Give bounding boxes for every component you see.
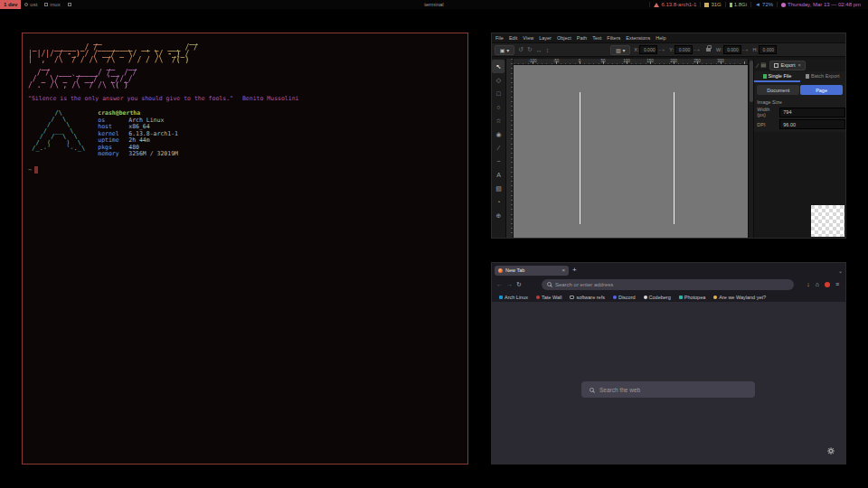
- menu-filters[interactable]: Filters: [607, 35, 620, 41]
- drawing-canvas[interactable]: [514, 65, 748, 238]
- w-value[interactable]: 0.000: [723, 45, 741, 54]
- flip-horizontal-icon[interactable]: ↔: [536, 47, 542, 53]
- fetch-label: memory: [98, 151, 128, 158]
- zoom-tool[interactable]: ⊕: [492, 209, 505, 222]
- pencil-dock-icon[interactable]: ∕: [757, 62, 758, 69]
- align-dropdown[interactable]: ▥ ▾: [610, 45, 630, 55]
- ruler-label: 300: [717, 59, 724, 63]
- bookmark-favicon: [644, 296, 647, 299]
- flip-vertical-icon[interactable]: ↕: [546, 47, 550, 53]
- back-button[interactable]: ←: [496, 281, 503, 287]
- ellipse-tool[interactable]: ○: [492, 100, 505, 114]
- close-icon[interactable]: ×: [797, 62, 800, 68]
- bookmark-label: Photopea: [684, 295, 706, 300]
- height-field[interactable]: H: 0.000: [753, 45, 778, 54]
- menu-button[interactable]: ≡: [835, 281, 839, 287]
- quote-author: Benito Mussolini: [242, 95, 299, 102]
- menu-help[interactable]: Help: [656, 35, 665, 41]
- canvas-scrollbar[interactable]: [748, 59, 753, 238]
- rotate-ccw-icon[interactable]: ↺: [518, 46, 524, 53]
- star-tool[interactable]: ☆: [492, 114, 505, 127]
- url-bar[interactable]: Search or enter address: [542, 279, 794, 290]
- layout-indicator[interactable]: [64, 0, 75, 9]
- workspace-tag-dev[interactable]: 1 dev: [0, 0, 21, 9]
- swatches-dock-icon[interactable]: ▤: [760, 61, 766, 69]
- menu-extensions[interactable]: Extensions: [626, 35, 650, 41]
- dropper-icon: ◔: [496, 199, 500, 205]
- navbar-actions: ↓ ⌂ ≡: [807, 281, 841, 287]
- y-coordinate-field[interactable]: Y: 0.000 −+: [669, 45, 701, 54]
- y-value[interactable]: 0.000: [675, 45, 693, 54]
- extension-icon[interactable]: [825, 282, 830, 287]
- bookmark-folder-software-refs[interactable]: software refs: [570, 295, 604, 300]
- menu-view[interactable]: View: [523, 35, 533, 41]
- menu-text[interactable]: Text: [592, 35, 601, 41]
- tab-title: New Tab: [505, 267, 559, 273]
- h-value[interactable]: 0.000: [759, 45, 777, 54]
- x-coordinate-field[interactable]: X: 0.000 −+: [634, 45, 665, 54]
- dropper-tool[interactable]: ◔: [492, 195, 505, 209]
- memory-module: 1.8Gi: [725, 2, 750, 7]
- selector-tool[interactable]: ↖: [492, 60, 505, 73]
- downloads-button[interactable]: ↓: [807, 281, 810, 287]
- node-tool[interactable]: ◇: [492, 73, 505, 87]
- lock-ratio-icon[interactable]: [706, 48, 711, 52]
- ruler-label: 250: [693, 59, 701, 63]
- home-button[interactable]: ⌂: [816, 281, 819, 287]
- text-tool[interactable]: A: [492, 168, 505, 182]
- stepper-icon[interactable]: −+: [693, 47, 701, 52]
- menu-path[interactable]: Path: [577, 35, 587, 41]
- document-button[interactable]: Document: [757, 85, 799, 95]
- x-value[interactable]: 0.000: [639, 45, 657, 54]
- ruler-label: 50: [600, 59, 605, 63]
- dpi-input[interactable]: 96.00: [779, 119, 845, 129]
- bookmark-discord[interactable]: Discord: [613, 295, 636, 300]
- bookmark-tate-wall[interactable]: Tate Wall: [536, 295, 561, 300]
- terminal-window[interactable]: __ __ _ _____ _/ /________ __ _ ___ / / …: [22, 33, 468, 465]
- kernel-module: 6.13.8-arch1-1: [649, 2, 700, 7]
- terminal-cursor: [34, 166, 38, 174]
- tab-list-chevron-icon[interactable]: ⌄: [838, 267, 843, 274]
- menu-object[interactable]: Object: [557, 35, 571, 41]
- status-modules: 6.13.8-arch1-1 31G 1.8Gi ◄ 72% Thursday,…: [649, 0, 868, 9]
- menu-edit[interactable]: Edit: [509, 35, 517, 41]
- reload-button[interactable]: ↻: [516, 281, 522, 288]
- bookmark-photopea[interactable]: Photopea: [679, 295, 706, 300]
- batch-export-icon: [806, 74, 809, 79]
- web-search-box[interactable]: Search the web: [581, 381, 755, 398]
- batch-export-tab[interactable]: Batch Export: [800, 71, 845, 82]
- ellipse-icon: ○: [496, 104, 500, 110]
- scrollbar-thumb[interactable]: [750, 61, 753, 102]
- rotate-cw-icon[interactable]: ↻: [527, 46, 533, 53]
- tab-close-icon[interactable]: ×: [561, 267, 565, 273]
- menu-layer[interactable]: Layer: [539, 35, 552, 41]
- width-field[interactable]: W: 0.000 −+: [716, 45, 749, 54]
- transparency-preview: [811, 205, 844, 237]
- width-input[interactable]: 794: [779, 108, 845, 117]
- stepper-icon[interactable]: −+: [658, 47, 665, 52]
- rectangle-tool[interactable]: □: [492, 87, 505, 100]
- chevron-down-icon: ▾: [506, 47, 509, 53]
- forward-button[interactable]: →: [506, 281, 513, 287]
- bookmark-codeberg[interactable]: Codeberg: [644, 295, 671, 300]
- workspace-tag-ust[interactable]: ust: [21, 0, 41, 9]
- menu-file[interactable]: File: [495, 35, 504, 41]
- single-file-tab[interactable]: Single File: [754, 71, 799, 82]
- stepper-icon[interactable]: −+: [742, 47, 750, 52]
- browser-tab-newtab[interactable]: New Tab ×: [495, 266, 569, 276]
- shell-prompt[interactable]: ~: [28, 166, 462, 174]
- bezier-tool[interactable]: ~: [492, 155, 505, 168]
- settings-gear-icon[interactable]: [827, 447, 835, 455]
- workspace-tag-mux[interactable]: mux: [41, 0, 63, 9]
- bookmark-arch-linux[interactable]: Arch Linux: [499, 295, 528, 300]
- page-left-edge: [580, 92, 580, 224]
- select-options-dropdown[interactable]: ▣ ▾: [495, 45, 514, 55]
- gradient-tool[interactable]: ▧: [492, 182, 505, 195]
- page-button[interactable]: Page: [800, 85, 843, 95]
- spiral-tool[interactable]: ◉: [492, 127, 505, 141]
- bookmark-are-we-wayland-yet[interactable]: Are we Wayland yet?: [713, 295, 766, 300]
- pencil-tool[interactable]: ∕: [492, 141, 505, 155]
- new-tab-button[interactable]: +: [572, 267, 577, 274]
- export-dock-tab[interactable]: Export ×: [769, 61, 806, 70]
- ruler-label: -50: [553, 59, 560, 63]
